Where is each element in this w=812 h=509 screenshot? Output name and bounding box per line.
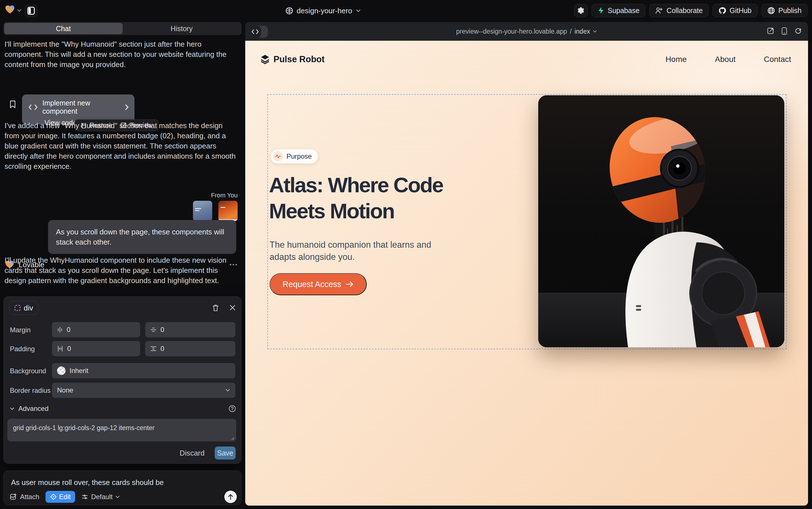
supabase-button[interactable]: Supabase bbox=[592, 4, 645, 17]
code-icon bbox=[28, 104, 38, 110]
settings-button[interactable] bbox=[574, 4, 588, 17]
refresh-button[interactable] bbox=[795, 27, 802, 35]
padding-vertical-value: 0 bbox=[160, 345, 164, 352]
mobile-icon bbox=[781, 27, 787, 35]
margin-vertical-input[interactable]: 0 bbox=[145, 322, 235, 337]
url-host: preview--design-your-hero.lovable.app bbox=[456, 28, 567, 35]
hero-badge: Purpose bbox=[271, 149, 318, 164]
margin-horizontal-value: 0 bbox=[67, 326, 70, 334]
preview-url[interactable]: preview--design-your-hero.lovable.app / … bbox=[245, 22, 808, 41]
close-icon bbox=[229, 304, 236, 311]
tab-chat[interactable]: Chat bbox=[4, 23, 123, 34]
resize-handle[interactable] bbox=[230, 436, 234, 440]
chat-panel: Chat History I'll implement the "Why Hum… bbox=[3, 22, 242, 509]
margin-vertical-icon bbox=[150, 327, 156, 333]
refresh-icon bbox=[795, 27, 802, 34]
collaborate-label: Collaborate bbox=[666, 6, 703, 15]
sidebar-toggle-button[interactable] bbox=[25, 4, 37, 17]
close-inspector-button[interactable] bbox=[229, 304, 236, 311]
hero-subheading: The humanoid companion that learns and a… bbox=[269, 239, 459, 263]
request-access-button[interactable]: Request Access bbox=[269, 273, 367, 295]
chevron-right-icon bbox=[125, 104, 129, 110]
arrow-up-icon bbox=[227, 494, 234, 500]
tab-chat-label: Chat bbox=[56, 25, 71, 33]
chat-composer[interactable]: As user mouse roll over, these cards sho… bbox=[3, 471, 242, 505]
selected-element-tag: div bbox=[24, 304, 33, 312]
github-button[interactable]: GitHub bbox=[712, 4, 758, 17]
tab-history[interactable]: History bbox=[123, 23, 241, 34]
project-name: design-your-hero bbox=[297, 6, 352, 15]
nav-link-contact[interactable]: Contact bbox=[764, 55, 791, 64]
pulse-icon bbox=[273, 151, 283, 162]
thumb-text-line bbox=[195, 208, 201, 209]
chevron-down-icon bbox=[593, 30, 597, 33]
transparency-swatch-icon bbox=[57, 367, 66, 375]
delete-element-button[interactable] bbox=[212, 304, 219, 312]
nav-link-about[interactable]: About bbox=[715, 55, 735, 64]
mobile-view-button[interactable] bbox=[781, 27, 787, 35]
component-card-title: Implement new component bbox=[42, 99, 120, 115]
padding-horizontal-icon bbox=[57, 345, 63, 352]
send-button[interactable] bbox=[224, 490, 237, 503]
project-selector[interactable]: design-your-hero bbox=[285, 4, 361, 17]
advanced-section-toggle[interactable]: Advanced bbox=[10, 404, 236, 414]
thumb-text-line bbox=[220, 207, 225, 208]
margin-horizontal-input[interactable]: 0 bbox=[52, 322, 140, 337]
site-brand[interactable]: Pulse Robot bbox=[260, 54, 325, 65]
attachment-thumbnail[interactable] bbox=[193, 201, 212, 221]
padding-vertical-input[interactable]: 0 bbox=[145, 341, 235, 356]
selected-element-chip[interactable]: div bbox=[9, 301, 38, 315]
supabase-icon bbox=[597, 7, 604, 14]
hero-robot-image bbox=[538, 95, 784, 347]
padding-label: Padding bbox=[10, 345, 35, 353]
project-chevron-down-icon bbox=[356, 9, 361, 12]
dashed-selection-icon bbox=[15, 305, 20, 311]
user-message-bubble: As you scroll down the page, these compo… bbox=[48, 220, 236, 254]
sliders-icon bbox=[81, 494, 88, 500]
save-button[interactable]: Save bbox=[215, 446, 236, 460]
attachment-thumbnails bbox=[193, 201, 237, 221]
attachment-thumbnail[interactable] bbox=[218, 201, 237, 221]
github-icon bbox=[718, 7, 726, 14]
workspace-chevron-down-icon[interactable] bbox=[16, 8, 22, 12]
nav-link-home[interactable]: Home bbox=[666, 55, 687, 64]
margin-vertical-value: 0 bbox=[160, 326, 164, 334]
border-radius-select[interactable]: None bbox=[52, 383, 235, 398]
topbar: design-your-hero Supabase Collaborate Gi… bbox=[0, 0, 812, 22]
discard-button[interactable]: Discard bbox=[180, 449, 205, 457]
help-icon[interactable] bbox=[229, 405, 236, 412]
chat-tabs: Chat History bbox=[3, 22, 242, 35]
preview-panel: preview--design-your-hero.lovable.app / … bbox=[245, 22, 808, 506]
composer-input[interactable]: As user mouse roll over, these cards sho… bbox=[11, 478, 226, 487]
collaborate-button[interactable]: Collaborate bbox=[649, 4, 709, 17]
mode-selector[interactable]: Default bbox=[81, 493, 120, 501]
lovable-logo-icon[interactable] bbox=[5, 5, 15, 14]
background-input[interactable]: Inherit bbox=[52, 363, 235, 378]
background-value: Inherit bbox=[70, 367, 88, 375]
mode-label: Default bbox=[91, 493, 112, 501]
url-page: index bbox=[575, 28, 590, 35]
edit-mode-button[interactable]: Edit bbox=[45, 491, 75, 503]
site-navbar: Pulse Robot Home About Contact bbox=[260, 53, 791, 66]
site-brand-label: Pulse Robot bbox=[273, 54, 325, 65]
attach-button[interactable]: Attach bbox=[10, 493, 39, 501]
publish-button[interactable]: Publish bbox=[762, 4, 808, 17]
publish-label: Publish bbox=[778, 6, 802, 15]
hero-badge-label: Purpose bbox=[287, 152, 311, 160]
border-radius-value: None bbox=[57, 386, 73, 394]
collaborate-icon bbox=[655, 7, 663, 14]
arrow-right-icon bbox=[346, 281, 354, 287]
assistant-message: I've added a new "Why Humanoid" section … bbox=[4, 121, 236, 171]
margin-label: Margin bbox=[10, 326, 31, 334]
classes-textarea[interactable]: grid grid-cols-1 lg:grid-cols-2 gap-12 i… bbox=[7, 419, 236, 441]
composer-toolbar: Attach Edit Default bbox=[10, 490, 237, 503]
attach-label: Attach bbox=[20, 493, 39, 501]
padding-horizontal-input[interactable]: 0 bbox=[52, 341, 140, 356]
preview-chrome: preview--design-your-hero.lovable.app / … bbox=[245, 22, 808, 41]
thumb-text-line bbox=[195, 210, 199, 211]
target-icon bbox=[50, 494, 57, 500]
open-in-new-tab-button[interactable] bbox=[767, 27, 774, 35]
bookmark-icon[interactable] bbox=[10, 100, 16, 108]
site-nav-links: Home About Contact bbox=[666, 55, 791, 64]
background-label: Background bbox=[10, 367, 46, 375]
